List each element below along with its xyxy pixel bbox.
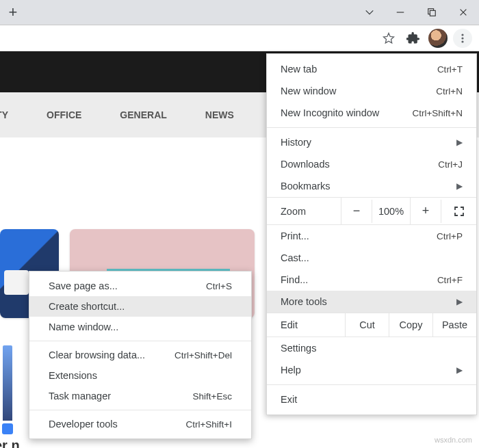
chevron-right-icon: ▶ xyxy=(456,297,463,306)
menu-item-cast[interactable]: Cast... xyxy=(267,247,476,269)
browser-toolbar xyxy=(0,25,479,51)
submenu-item-clear-data[interactable]: Clear browsing data...Ctrl+Shift+Del xyxy=(29,345,251,365)
menu-separator xyxy=(29,410,251,410)
menu-item-new-window[interactable]: New windowCtrl+N xyxy=(267,80,476,102)
minimize-icon xyxy=(396,8,405,17)
submenu-item-name-window[interactable]: Name window... xyxy=(29,317,251,337)
menu-zoom-row: Zoom − 100% + xyxy=(267,197,476,225)
menu-item-find[interactable]: Find...Ctrl+F xyxy=(267,269,476,291)
svg-rect-1 xyxy=(430,10,435,16)
nav-item[interactable]: NEWS xyxy=(205,109,234,120)
profile-avatar[interactable] xyxy=(428,29,448,48)
chrome-menu-button[interactable] xyxy=(453,29,472,48)
submenu-item-extensions[interactable]: Extensions xyxy=(29,365,251,386)
new-tab-button[interactable]: + xyxy=(4,3,22,21)
menu-item-more-tools[interactable]: More tools▶ xyxy=(267,291,476,313)
maximize-button[interactable] xyxy=(416,0,448,25)
menu-item-new-tab[interactable]: New tabCtrl+T xyxy=(267,58,476,80)
thumbnail xyxy=(3,345,12,427)
maximize-icon xyxy=(427,8,437,17)
fullscreen-icon xyxy=(454,206,465,217)
chevron-down-icon xyxy=(365,8,374,17)
fullscreen-button[interactable] xyxy=(441,200,476,223)
close-icon xyxy=(458,8,468,17)
zoom-in-button[interactable]: + xyxy=(410,198,441,224)
submenu-item-dev-tools[interactable]: Developer toolsCtrl+Shift+I xyxy=(29,414,251,434)
edit-label: Edit xyxy=(267,313,345,337)
corner-watermark: wsxdn.com xyxy=(435,436,472,444)
submenu-item-task-manager[interactable]: Task managerShift+Esc xyxy=(29,386,251,406)
zoom-label: Zoom xyxy=(267,200,341,223)
menu-item-exit[interactable]: Exit xyxy=(267,388,476,410)
bookmark-star-button[interactable] xyxy=(379,29,398,48)
copy-button[interactable]: Copy xyxy=(389,313,432,337)
window-titlebar: + xyxy=(0,0,479,25)
close-button[interactable] xyxy=(448,0,479,25)
menu-separator xyxy=(29,341,251,341)
menu-edit-row: Edit Cut Copy Paste xyxy=(267,313,476,337)
menu-separator xyxy=(267,127,476,128)
puzzle-icon xyxy=(406,31,420,45)
chrome-main-menu: New tabCtrl+T New windowCtrl+N New Incog… xyxy=(266,53,477,415)
menu-item-settings[interactable]: Settings xyxy=(267,337,476,359)
kebab-icon xyxy=(457,33,468,44)
minimize-button[interactable] xyxy=(385,0,416,25)
submenu-item-save-page[interactable]: Save page as...Ctrl+S xyxy=(29,276,251,296)
menu-item-downloads[interactable]: DownloadsCtrl+J xyxy=(267,153,476,175)
extensions-button[interactable] xyxy=(404,29,423,48)
svg-point-4 xyxy=(461,40,463,42)
nav-item[interactable]: URITY xyxy=(0,109,8,120)
chevron-right-icon: ▶ xyxy=(456,137,463,147)
svg-point-3 xyxy=(461,37,463,39)
zoom-out-button[interactable]: − xyxy=(341,198,372,224)
menu-item-bookmarks[interactable]: Bookmarks▶ xyxy=(267,175,476,197)
submenu-item-create-shortcut[interactable]: Create shortcut... xyxy=(29,296,251,317)
paste-button[interactable]: Paste xyxy=(432,313,476,337)
partial-text: er n xyxy=(0,438,20,448)
menu-item-new-incognito[interactable]: New Incognito windowCtrl+Shift+N xyxy=(267,102,476,124)
menu-item-help[interactable]: Help▶ xyxy=(267,359,476,381)
chevron-right-icon: ▶ xyxy=(456,365,463,375)
menu-item-history[interactable]: History▶ xyxy=(267,131,476,153)
thumbnail xyxy=(0,421,15,437)
zoom-level: 100% xyxy=(372,200,410,223)
nav-item[interactable]: OFFICE xyxy=(47,109,81,120)
tab-dropdown-button[interactable] xyxy=(354,0,385,25)
more-tools-submenu: Save page as...Ctrl+S Create shortcut...… xyxy=(29,271,252,439)
svg-point-2 xyxy=(461,34,463,36)
chevron-right-icon: ▶ xyxy=(456,181,463,191)
nav-item[interactable]: GENERAL xyxy=(120,109,166,120)
menu-item-print[interactable]: Print...Ctrl+P xyxy=(267,225,476,247)
star-icon xyxy=(382,31,396,45)
menu-separator xyxy=(267,384,476,385)
cut-button[interactable]: Cut xyxy=(345,313,389,337)
